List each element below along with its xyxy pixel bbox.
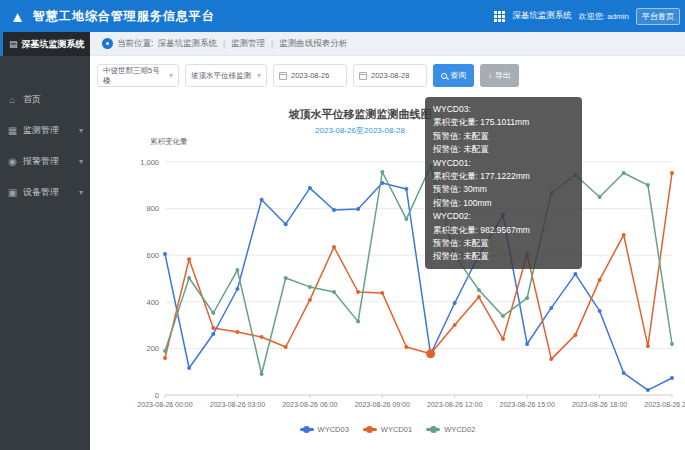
project-select-value: 中骏世郡三期5号楼 — [103, 66, 165, 86]
chevron-down-icon: ▾ — [257, 71, 261, 80]
list-icon: ▤ — [9, 39, 18, 49]
sidebar-system-title: ▤ 深基坑监测系统 — [0, 32, 90, 56]
svg-text:600: 600 — [146, 251, 159, 260]
legend-item-wycd01[interactable]: WYCD01 — [363, 425, 412, 434]
sidebar-item-device[interactable]: ▣ 设备管理 ▾ — [0, 177, 90, 208]
home-icon: ⌂ — [7, 94, 18, 105]
calendar-icon — [279, 72, 287, 80]
svg-text:400: 400 — [146, 298, 159, 307]
query-button[interactable]: 查询 — [433, 64, 474, 87]
breadcrumb-item-current: 监测曲线报表分析 — [279, 38, 347, 50]
apps-grid-icon[interactable] — [494, 11, 505, 22]
breadcrumb-item-monitoring[interactable]: 监测管理 — [231, 38, 265, 50]
chevron-down-icon: ▾ — [79, 157, 83, 166]
series-marker-icon — [300, 428, 314, 431]
welcome-text: 欢迎您: admin — [579, 11, 629, 22]
chevron-down-icon: ▾ — [169, 71, 173, 80]
welcome-label: 欢迎您: — [579, 12, 605, 21]
start-date-input[interactable]: 2023-08-26 — [273, 64, 347, 87]
sidebar-item-label: 设备管理 — [23, 186, 59, 199]
sidebar: ▤ 深基坑监测系统 ⌂ 首页 ▦ 监测管理 ▾ ◉ 报警管理 ▾ ▣ 设备管理 … — [0, 32, 90, 450]
monitoring-line-chart: 坡顶水平位移监测监测曲线图 2023-08-26至2023-08-28 累积变化… — [90, 95, 685, 450]
header-actions: 深基坑监测系统 欢迎您: admin 平台首页 — [494, 8, 685, 25]
username: admin — [607, 12, 629, 21]
sidebar-item-alarm[interactable]: ◉ 报警管理 ▾ — [0, 146, 90, 177]
system-switcher[interactable]: 深基坑监测系统 — [512, 10, 572, 22]
sidebar-title-label: 深基坑监测系统 — [22, 38, 85, 51]
calendar-icon — [359, 72, 367, 80]
start-date-value: 2023-08-26 — [291, 71, 329, 80]
sidebar-menu: ⌂ 首页 ▦ 监测管理 ▾ ◉ 报警管理 ▾ ▣ 设备管理 ▾ — [0, 56, 90, 208]
svg-text:2023-08-26 00:00: 2023-08-26 00:00 — [137, 401, 192, 408]
top-header: ▲ 智慧工地综合管理服务信息平台 深基坑监测系统 欢迎您: admin 平台首页 — [0, 0, 685, 32]
svg-text:1,000: 1,000 — [140, 158, 159, 167]
chevron-down-icon: ▾ — [79, 126, 83, 135]
legend-label: WYCD03 — [318, 425, 349, 434]
breadcrumb-item-system[interactable]: 深基坑监测系统 — [157, 38, 217, 50]
svg-text:2023-08-26 21:00: 2023-08-26 21:00 — [644, 401, 685, 408]
chevron-down-icon: ▾ — [79, 188, 83, 197]
sidebar-item-label: 报警管理 — [23, 155, 59, 168]
platform-home-button[interactable]: 平台首页 — [636, 8, 680, 25]
app-logo-icon: ▲ — [10, 9, 25, 24]
legend-label: WYCD01 — [381, 425, 412, 434]
svg-text:2023-08-26 15:00: 2023-08-26 15:00 — [500, 401, 555, 408]
location-pin-icon — [102, 38, 113, 49]
export-button-label: 导出 — [495, 70, 511, 81]
svg-text:200: 200 — [146, 344, 159, 353]
export-button[interactable]: ↓ 导出 — [480, 64, 519, 87]
sidebar-item-monitoring[interactable]: ▦ 监测管理 ▾ — [0, 115, 90, 146]
sidebar-item-home[interactable]: ⌂ 首页 — [0, 84, 90, 115]
chart-legend: WYCD03 WYCD01 WYCD02 — [90, 425, 685, 434]
app-title: 智慧工地综合管理服务信息平台 — [33, 8, 215, 25]
monitor-point-select-value: 坡顶水平位移监测 — [191, 71, 251, 81]
breadcrumb-prefix: 当前位置: — [117, 38, 153, 50]
svg-text:2023-08-26 03:00: 2023-08-26 03:00 — [210, 401, 265, 408]
query-button-label: 查询 — [450, 70, 466, 81]
breadcrumb-separator: | — [223, 39, 225, 49]
chart-plot-area[interactable]: 02004006008001,0002023-08-26 00:002023-0… — [90, 95, 685, 450]
filter-toolbar: 中骏世郡三期5号楼 ▾ 坡顶水平位移监测 ▾ 2023-08-26 2023-0… — [97, 64, 519, 87]
legend-label: WYCD02 — [444, 425, 475, 434]
search-icon — [441, 73, 447, 79]
device-icon: ▣ — [7, 187, 18, 198]
monitor-point-select[interactable]: 坡顶水平位移监测 ▾ — [185, 64, 267, 87]
legend-item-wycd02[interactable]: WYCD02 — [426, 425, 475, 434]
monitor-icon: ▦ — [7, 125, 18, 136]
svg-text:2023-08-26 12:00: 2023-08-26 12:00 — [427, 401, 482, 408]
project-select[interactable]: 中骏世郡三期5号楼 ▾ — [97, 64, 179, 87]
svg-text:2023-08-26 09:00: 2023-08-26 09:00 — [355, 401, 410, 408]
svg-text:0: 0 — [155, 391, 159, 400]
svg-text:2023-08-26 06:00: 2023-08-26 06:00 — [282, 401, 337, 408]
download-icon: ↓ — [488, 72, 492, 80]
sidebar-item-label: 监测管理 — [23, 124, 59, 137]
end-date-value: 2023-08-28 — [371, 71, 409, 80]
legend-item-wycd03[interactable]: WYCD03 — [300, 425, 349, 434]
breadcrumb: 当前位置: 深基坑监测系统 | 监测管理 | 监测曲线报表分析 — [90, 32, 685, 56]
series-marker-icon — [426, 428, 440, 431]
svg-text:2023-08-26 18:00: 2023-08-26 18:00 — [572, 401, 627, 408]
sidebar-item-label: 首页 — [23, 93, 41, 106]
svg-text:800: 800 — [146, 204, 159, 213]
breadcrumb-separator: | — [271, 39, 273, 49]
end-date-input[interactable]: 2023-08-28 — [353, 64, 427, 87]
application-window: ▲ 智慧工地综合管理服务信息平台 深基坑监测系统 欢迎您: admin 平台首页… — [0, 0, 685, 450]
alarm-icon: ◉ — [7, 156, 18, 167]
series-marker-icon — [363, 428, 377, 431]
